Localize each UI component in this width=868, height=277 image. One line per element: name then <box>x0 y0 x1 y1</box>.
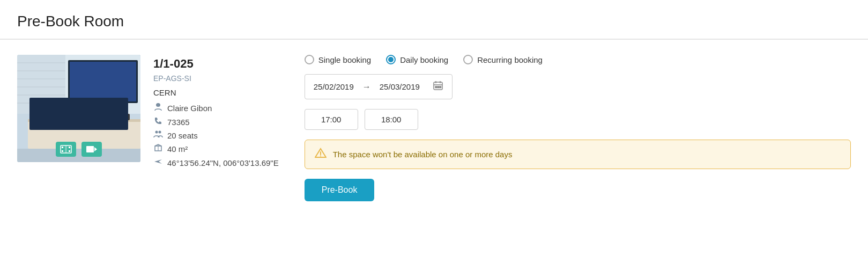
film-icon <box>60 145 72 154</box>
svg-rect-26 <box>156 103 160 107</box>
daily-booking-label: Daily booking <box>400 55 448 64</box>
room-phone-row: 73365 <box>153 116 279 127</box>
svg-rect-19 <box>62 147 63 148</box>
daily-booking-option[interactable]: Daily booking <box>386 55 448 64</box>
box-icon <box>153 143 163 154</box>
left-section: 1/1-025 EP-AGS-SI CERN Claire Gibon <box>17 55 279 168</box>
room-area: 40 m² <box>167 144 188 154</box>
recurring-booking-option[interactable]: Recurring booking <box>463 55 543 64</box>
page-title: Pre-Book Room <box>17 13 851 30</box>
svg-rect-12 <box>28 119 140 122</box>
room-image <box>17 55 140 162</box>
room-area-row: 40 m² <box>153 143 279 154</box>
svg-rect-16 <box>114 114 130 120</box>
room-coordinates: 46°13'56.24"N, 006°03'13.69"E <box>167 158 279 167</box>
calendar-icon[interactable] <box>433 80 443 93</box>
page-header: Pre-Book Room <box>0 0 868 39</box>
recurring-booking-radio[interactable] <box>463 55 473 64</box>
single-booking-radio[interactable] <box>305 55 314 64</box>
time-from: 17:00 <box>321 115 342 124</box>
phone-icon <box>153 116 163 127</box>
right-section: Single booking Daily booking Recurring b… <box>305 55 851 201</box>
people-icon <box>153 130 163 140</box>
room-info: 1/1-025 EP-AGS-SI CERN Claire Gibon <box>153 55 279 168</box>
warning-box: The space won't be available on one or m… <box>305 140 851 169</box>
room-seats: 20 seats <box>167 131 198 140</box>
image-icons-row <box>56 142 102 157</box>
location-icon <box>153 157 163 168</box>
date-range-arrow-icon: → <box>362 82 371 92</box>
svg-rect-23 <box>65 145 67 153</box>
date-range-row: 25/02/2019 → 25/03/2019 <box>305 74 851 99</box>
svg-marker-25 <box>94 147 97 151</box>
room-department: EP-AGS-SI <box>153 74 279 83</box>
svg-rect-37 <box>437 86 439 88</box>
main-content: 1/1-025 EP-AGS-SI CERN Claire Gibon <box>0 40 868 216</box>
svg-rect-2 <box>17 55 65 114</box>
room-coords-row: 46°13'56.24"N, 006°03'13.69"E <box>153 157 279 168</box>
recurring-booking-label: Recurring booking <box>477 55 543 64</box>
warning-text: The space won't be available on one or m… <box>333 150 513 159</box>
date-range-box[interactable]: 25/02/2019 → 25/03/2019 <box>305 74 452 99</box>
time-from-box[interactable]: 17:00 <box>305 109 358 130</box>
room-organization: CERN <box>153 88 279 97</box>
svg-marker-31 <box>154 159 162 164</box>
room-contact: Claire Gibon <box>167 104 212 113</box>
room-phone: 73365 <box>167 118 190 127</box>
svg-rect-32 <box>434 82 442 90</box>
svg-point-28 <box>159 131 161 134</box>
video-icon-button[interactable] <box>81 142 102 157</box>
date-to: 25/03/2019 <box>380 82 420 91</box>
video-icon <box>86 145 98 154</box>
prebook-button[interactable]: Pre-Book <box>305 179 375 201</box>
svg-rect-36 <box>435 86 437 88</box>
svg-rect-24 <box>86 146 94 152</box>
film-icon-button[interactable] <box>56 142 76 157</box>
warning-icon <box>315 148 327 161</box>
single-booking-option[interactable]: Single booking <box>305 55 371 64</box>
room-contact-row: Claire Gibon <box>153 103 279 113</box>
svg-rect-15 <box>87 114 103 120</box>
daily-booking-radio[interactable] <box>386 55 396 64</box>
svg-rect-14 <box>60 114 76 120</box>
room-number: 1/1-025 <box>153 57 279 71</box>
room-seats-row: 20 seats <box>153 130 279 140</box>
svg-point-41 <box>320 156 321 157</box>
time-row: 17:00 18:00 <box>305 109 851 130</box>
svg-rect-22 <box>69 150 70 152</box>
svg-rect-38 <box>440 86 441 88</box>
booking-type-row: Single booking Daily booking Recurring b… <box>305 55 851 64</box>
single-booking-label: Single booking <box>318 55 371 64</box>
svg-rect-10 <box>70 62 136 101</box>
date-from: 25/02/2019 <box>314 82 354 91</box>
svg-rect-13 <box>33 114 49 120</box>
svg-point-27 <box>155 131 158 134</box>
svg-rect-20 <box>62 150 63 152</box>
time-to-box[interactable]: 18:00 <box>365 109 418 130</box>
time-to: 18:00 <box>381 115 402 124</box>
svg-rect-21 <box>69 147 70 148</box>
person-icon <box>153 103 163 113</box>
